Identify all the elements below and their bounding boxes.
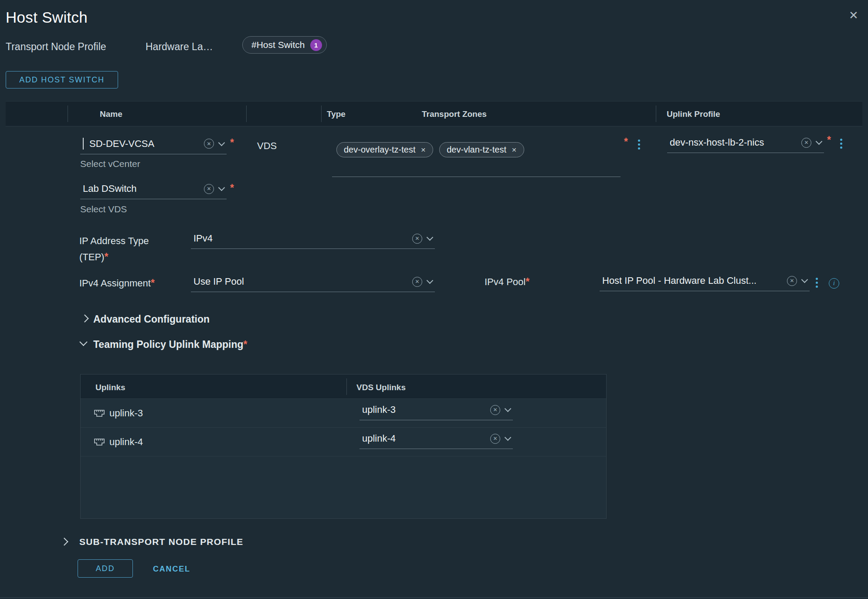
- switch-type-value: VDS: [257, 140, 277, 152]
- column-divider: [656, 106, 656, 122]
- clear-icon[interactable]: [412, 277, 422, 287]
- teaming-table-header: Uplinks VDS Uplinks: [81, 374, 606, 399]
- column-header-name: Name: [100, 109, 122, 119]
- chip-label: dev-overlay-tz-test: [344, 145, 416, 155]
- tep-label: (TEP): [79, 252, 104, 262]
- cancel-button[interactable]: CANCEL: [153, 565, 190, 574]
- transport-zone-chip[interactable]: dev-overlay-tz-test ✕: [336, 142, 433, 157]
- ip-address-type-value: IPv4: [193, 233, 407, 244]
- required-asterisk: *: [526, 276, 529, 287]
- vds-uplink-select[interactable]: uplink-4: [359, 432, 513, 449]
- chevron-right-icon[interactable]: [81, 314, 88, 322]
- tab-host-switch-label: #Host Switch: [251, 40, 305, 50]
- chevron-right-icon[interactable]: [60, 538, 68, 545]
- vds-uplink-value: uplink-3: [362, 404, 485, 415]
- clear-icon[interactable]: [787, 276, 797, 286]
- vcenter-select[interactable]: SD-DEV-VCSA: [80, 137, 227, 154]
- clear-icon[interactable]: [490, 405, 500, 415]
- uplink-name: uplink-3: [109, 408, 143, 419]
- transport-zones-menu-icon[interactable]: [636, 138, 642, 151]
- ipv4-pool-value: Host IP Pool - Hardware Lab Clust...: [602, 275, 782, 286]
- column-divider: [68, 106, 68, 122]
- teaming-uplink-table: Uplinks VDS Uplinks uplink-3 uplink-3 up…: [80, 374, 607, 519]
- clear-icon[interactable]: [204, 184, 214, 194]
- text-cursor: [83, 138, 84, 150]
- column-header-uplink-profile: Uplink Profile: [667, 109, 720, 119]
- required-asterisk: *: [230, 182, 234, 194]
- bottom-divider: [0, 597, 868, 598]
- uplink-profile-select[interactable]: dev-nsx-host-lb-2-nics: [667, 136, 824, 153]
- table-row: uplink-3 uplink-3: [81, 399, 606, 428]
- host-switch-count-badge: 1: [310, 39, 322, 51]
- tab-host-switch[interactable]: #Host Switch 1: [242, 36, 327, 54]
- ip-address-type-select[interactable]: IPv4: [191, 232, 435, 249]
- required-asterisk: *: [104, 251, 108, 262]
- chevron-down-icon[interactable]: [218, 139, 225, 146]
- ip-address-type-label-line2: (TEP)*: [79, 251, 108, 263]
- nic-port-icon: [94, 409, 105, 418]
- ipv4-pool-label: IPv4 Pool: [485, 276, 526, 287]
- clear-icon[interactable]: [204, 139, 214, 149]
- sub-transport-node-profile-section[interactable]: SUB-TRANSPORT NODE PROFILE: [79, 537, 244, 547]
- chevron-down-icon[interactable]: [505, 434, 512, 441]
- host-switch-panel: Host Switch ✕ Transport Node Profile Har…: [0, 0, 868, 599]
- ipv4-pool-select[interactable]: Host IP Pool - Hardware Lab Clust...: [600, 274, 810, 291]
- chevron-down-icon[interactable]: [427, 277, 434, 284]
- transport-zones-field[interactable]: dev-overlay-tz-test ✕ dev-vlan-tz-test ✕: [332, 140, 620, 177]
- vcenter-value: SD-DEV-VCSA: [89, 138, 199, 150]
- ipv4-assignment-value: Use IP Pool: [193, 276, 407, 287]
- transport-zone-chip[interactable]: dev-vlan-tz-test ✕: [439, 142, 524, 157]
- vds-select[interactable]: Lab DSwitch: [80, 182, 227, 199]
- column-divider: [321, 106, 322, 122]
- ipv4-pool-label-wrap: IPv4 Pool*: [485, 276, 529, 288]
- clear-icon[interactable]: [412, 234, 422, 244]
- required-asterisk: *: [230, 137, 234, 149]
- tab-transport-node-profile[interactable]: Transport Node Profile: [6, 41, 106, 53]
- nic-port-icon: [94, 438, 105, 446]
- table-row: uplink-4 uplink-4: [81, 428, 606, 456]
- required-asterisk: *: [244, 339, 248, 350]
- chevron-down-icon[interactable]: [427, 234, 434, 241]
- chevron-down-icon[interactable]: [79, 338, 87, 346]
- tab-hardware-launcher[interactable]: Hardware La…: [146, 41, 213, 53]
- uplink-name: uplink-4: [109, 436, 143, 448]
- vds-uplink-select[interactable]: uplink-3: [359, 403, 513, 420]
- remove-icon[interactable]: ✕: [421, 146, 426, 153]
- column-header-transport-zones: Transport Zones: [422, 109, 487, 119]
- clear-icon[interactable]: [490, 434, 500, 444]
- required-asterisk: *: [624, 136, 628, 148]
- ipv4-assignment-select[interactable]: Use IP Pool: [191, 275, 435, 292]
- uplink-profile-menu-icon[interactable]: [838, 137, 844, 150]
- ipv4-assignment-label: IPv4 Assignment: [79, 278, 151, 289]
- clear-icon[interactable]: [801, 138, 811, 148]
- chip-label: dev-vlan-tz-test: [447, 145, 506, 155]
- uplink-profile-value: dev-nsx-host-lb-2-nics: [670, 137, 796, 148]
- teaming-policy-section[interactable]: Teaming Policy Uplink Mapping*: [93, 339, 248, 351]
- teaming-policy-label: Teaming Policy Uplink Mapping: [93, 339, 244, 350]
- add-button[interactable]: ADD: [78, 559, 133, 578]
- close-icon[interactable]: ✕: [849, 9, 858, 22]
- add-host-switch-button[interactable]: ADD HOST SWITCH: [6, 71, 118, 88]
- column-header-uplinks: Uplinks: [95, 383, 125, 392]
- ipv4-pool-menu-icon[interactable]: [814, 276, 820, 289]
- column-header-vds-uplinks: VDS Uplinks: [356, 383, 406, 392]
- required-asterisk: *: [827, 134, 831, 146]
- column-header-type: Type: [327, 109, 346, 119]
- vcenter-helper: Select vCenter: [80, 159, 140, 169]
- chevron-down-icon[interactable]: [801, 276, 808, 283]
- vds-uplink-value: uplink-4: [362, 433, 485, 444]
- ip-address-type-label: IP Address Type: [79, 235, 149, 247]
- column-divider: [346, 378, 347, 395]
- vds-helper: Select VDS: [80, 204, 127, 214]
- page-title: Host Switch: [6, 9, 88, 26]
- transport-zone-chips: dev-overlay-tz-test ✕ dev-vlan-tz-test ✕: [336, 142, 620, 157]
- chevron-down-icon[interactable]: [218, 184, 225, 191]
- ipv4-assignment-label-wrap: IPv4 Assignment*: [79, 277, 155, 289]
- remove-icon[interactable]: ✕: [512, 146, 517, 153]
- advanced-configuration-section[interactable]: Advanced Configuration: [93, 313, 210, 325]
- vds-value: Lab DSwitch: [83, 183, 199, 194]
- required-asterisk: *: [151, 277, 155, 289]
- info-icon[interactable]: [829, 278, 839, 289]
- chevron-down-icon[interactable]: [505, 405, 512, 412]
- chevron-down-icon[interactable]: [816, 138, 823, 145]
